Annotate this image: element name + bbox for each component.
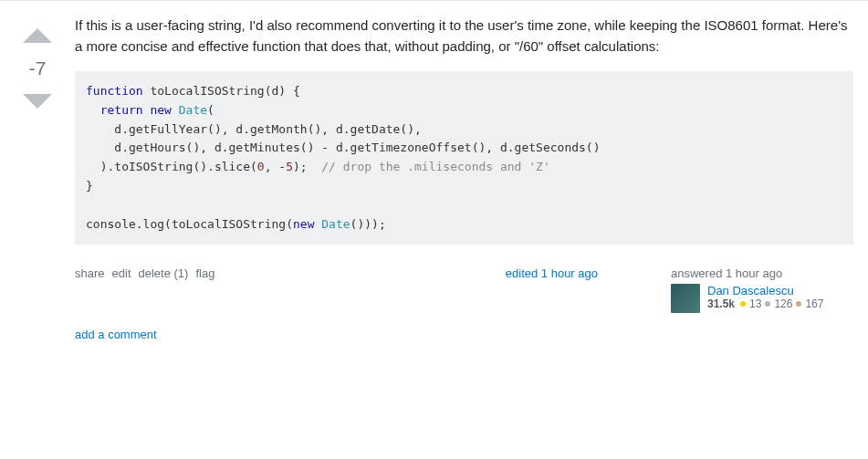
vote-column: -7 [15, 16, 60, 356]
post-actions-row: share edit delete (1) flag edited 1 hour… [75, 266, 853, 313]
delete-link[interactable]: delete (1) [139, 266, 189, 280]
flag-link[interactable]: flag [195, 266, 214, 280]
edited-link[interactable]: edited 1 hour ago [506, 266, 671, 280]
user-card: answered 1 hour ago Dan Dascalescu 31.5k… [671, 266, 853, 313]
gold-badge-count: 13 [749, 297, 761, 310]
vote-score: -7 [29, 57, 47, 79]
silver-badge-icon [765, 301, 770, 307]
answer-content: If this is a user-facing string, I'd als… [60, 16, 853, 356]
add-comment-link[interactable]: add a comment [75, 324, 853, 356]
downvote-button[interactable] [21, 85, 54, 118]
answer-body-text: If this is a user-facing string, I'd als… [75, 16, 853, 57]
avatar[interactable] [671, 284, 700, 313]
bronze-badge-icon [796, 301, 801, 307]
gold-badge-icon [740, 301, 746, 307]
username-link[interactable]: Dan Dascalescu [707, 284, 823, 297]
reputation: 31.5k [707, 297, 735, 310]
reputation-row: 31.5k 13 126 167 [707, 297, 823, 310]
code-block: function toLocalISOString(d) { return ne… [75, 71, 853, 245]
answer: -7 If this is a user-facing string, I'd … [0, 0, 868, 356]
edit-link[interactable]: edit [112, 266, 131, 280]
silver-badge-count: 126 [774, 297, 792, 310]
share-link[interactable]: share [75, 266, 105, 280]
bronze-badge-count: 167 [805, 297, 823, 310]
answered-time: answered 1 hour ago [671, 266, 853, 280]
upvote-button[interactable] [21, 19, 54, 52]
action-links: share edit delete (1) flag [75, 266, 214, 280]
